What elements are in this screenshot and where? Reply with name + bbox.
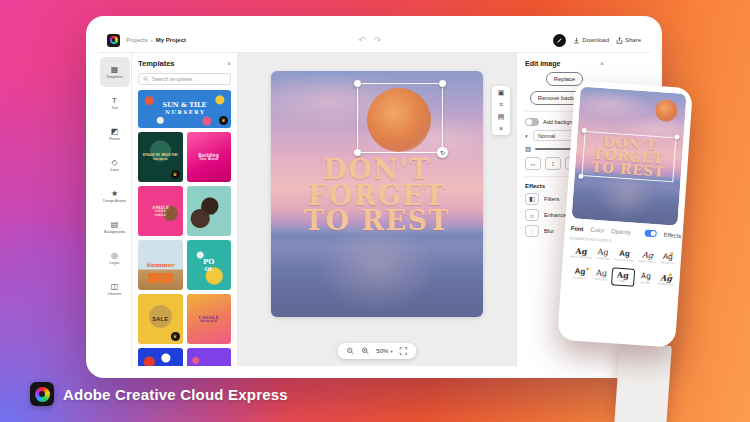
font-option-fabulosa[interactable]: AgFabulosa — [657, 270, 676, 289]
sidebar-item-design-assets[interactable]: ★Design Assets — [100, 181, 130, 211]
template-thumbnail-summer[interactable]: Summer — [138, 240, 183, 290]
sidebar-item-label: Icons — [110, 168, 119, 172]
font-sample: Ag — [642, 251, 653, 260]
selection-box[interactable]: ↻ — [357, 83, 443, 153]
sidebar-item-label: Logos — [110, 261, 120, 265]
duplicate-icon[interactable]: ▣ — [498, 89, 505, 96]
selection-handle[interactable] — [674, 134, 679, 139]
font-option-source-sans[interactable]: AgSource Sans — [612, 246, 636, 266]
breadcrumb-current: My Project — [156, 37, 186, 43]
font-option-telefon[interactable]: AgTelefon — [658, 249, 677, 268]
selection-handle[interactable] — [354, 149, 361, 156]
template-thumbnail-enoch-house[interactable]: ENOCH HOUSESTUDIOS♛ — [138, 132, 183, 182]
font-option-literata[interactable]: AgLiterata — [595, 245, 612, 264]
breadcrumb-separator: › — [151, 37, 153, 43]
template-thumbnail-young-at-heart[interactable]: YOUNGATHEART — [187, 348, 232, 366]
flip-vertical-button[interactable]: ↕ — [545, 157, 561, 170]
sidebar-item-templates[interactable]: ▦Templates — [100, 57, 130, 87]
font-name: Abril Fatface — [570, 255, 592, 260]
templates-icon: ▦ — [111, 66, 119, 74]
sidebar-item-backgrounds[interactable]: ▤Backgrounds — [100, 212, 130, 242]
phone-tab-opacity[interactable]: Opacity — [611, 228, 631, 235]
zoom-out-button[interactable] — [346, 347, 354, 355]
sidebar-item-libraries[interactable]: ◫Libraries — [100, 274, 130, 304]
fit-screen-button[interactable] — [400, 347, 408, 355]
opacity-icon: ▨ — [525, 145, 531, 153]
close-icon[interactable]: × — [600, 60, 604, 67]
font-sample: Ag — [575, 247, 587, 256]
position-icon[interactable]: ▤ — [498, 113, 505, 120]
font-option-blakely[interactable]: AgBlakely — [567, 264, 592, 284]
selection-handle[interactable] — [354, 80, 361, 87]
enhancements-icon: ☼ — [525, 209, 539, 221]
cc-ring-icon — [110, 36, 118, 44]
blend-mode-icon: ◐ — [525, 132, 529, 139]
zoom-level-dropdown[interactable]: 50% ▾ — [376, 348, 392, 354]
download-button[interactable]: Download — [573, 37, 609, 44]
delete-icon[interactable]: × — [499, 125, 503, 132]
close-icon[interactable]: × — [227, 60, 231, 67]
promo-stage: Projects › My Project ↶ ↷ Download — [0, 0, 750, 422]
phone-tab-font[interactable]: Font — [571, 225, 584, 232]
template-title: CASALEHOSSACK — [199, 315, 219, 324]
sidebar-item-photos[interactable]: ◩Photos — [100, 119, 130, 149]
template-thumbnail-smile[interactable]: SMILESMILESMILE — [138, 186, 183, 236]
effects-toggle[interactable] — [645, 229, 657, 237]
flip-horizontal-button[interactable]: ↔ — [525, 157, 541, 170]
template-thumbnail-pool[interactable]: POOL — [187, 240, 232, 290]
font-option-postino[interactable]: AgPostino — [593, 266, 610, 285]
breadcrumb-projects[interactable]: Projects — [126, 37, 148, 43]
phone-artwork[interactable]: DON'TFORGETTO REST — [572, 87, 687, 226]
template-thumbnail-sale[interactable]: SALE♛ — [138, 294, 183, 344]
redo-icon[interactable]: ↷ — [374, 35, 382, 45]
font-sample: Ag — [641, 272, 651, 281]
avatar[interactable] — [553, 34, 566, 47]
undo-icon[interactable]: ↶ — [358, 35, 366, 45]
font-option-abril-fatface[interactable]: AgAbril Fatface — [569, 243, 594, 263]
effects-item-label: Filters — [544, 196, 559, 202]
artwork[interactable]: DON'TFORGETTO REST ↻ — [271, 71, 483, 317]
template-title: POOL — [203, 258, 214, 272]
cc-ring-icon — [35, 387, 50, 402]
template-thumbnail-building-brand[interactable]: BuildingYour Brand — [187, 132, 232, 182]
font-option-blado[interactable]: AgBlado — [636, 269, 656, 288]
blend-mode-value: Normal — [538, 133, 555, 139]
replace-button[interactable]: Replace — [546, 72, 583, 86]
sidebar-item-label: Text — [111, 106, 118, 110]
share-button[interactable]: Share — [616, 37, 641, 44]
search-input[interactable]: Search templates — [138, 73, 231, 85]
template-thumbnail-midnight[interactable]: MIDNIGHT — [138, 348, 183, 366]
font-name: Blakely — [573, 277, 586, 281]
download-icon — [573, 37, 580, 44]
brand-title: Adobe Creative Cloud Express — [63, 386, 288, 403]
font-option-times[interactable]: AgTimes — [611, 267, 635, 287]
artwork-headline[interactable]: DON'TFORGETTO REST — [271, 157, 483, 234]
filters-icon: ◧ — [525, 193, 539, 205]
selection-handle[interactable] — [439, 80, 446, 87]
font-sample: Ag — [596, 269, 607, 278]
sidebar-item-logos[interactable]: ◎Logos — [100, 243, 130, 273]
font-sample: Ag — [619, 250, 630, 259]
zoom-in-button[interactable] — [361, 347, 369, 355]
creative-cloud-logo — [30, 382, 54, 406]
premium-dot-badge — [586, 267, 589, 270]
text-selection-box[interactable]: DON'TFORGETTO REST — [582, 131, 676, 183]
template-thumbnail-black-history-month[interactable]: BLACKHISTORYMONTH — [187, 186, 232, 236]
effects-toggle-label: Effects — [664, 231, 682, 238]
template-thumbnail-sun-tile[interactable]: SUN & TILEN U R S E R Y♛ — [138, 90, 231, 128]
phone-device: DON'TFORGETTO REST FontColorOpacity Effe… — [557, 80, 693, 348]
layers-icon[interactable]: ≡ — [499, 101, 503, 108]
object-toolbar: ▣≡▤× — [492, 86, 510, 135]
add-background-toggle[interactable] — [525, 118, 539, 126]
sidebar-item-text[interactable]: TText — [100, 88, 130, 118]
font-option-new-spirit[interactable]: AgNew Spirit — [637, 248, 657, 267]
rotate-handle[interactable]: ↻ — [437, 147, 448, 158]
chevron-down-icon: ▾ — [390, 349, 392, 354]
sidebar-item-label: Design Assets — [103, 199, 126, 203]
template-thumbnail-casale-hossack[interactable]: CASALEHOSSACK — [187, 294, 232, 344]
canvas-area: DON'TFORGETTO REST ↻ — [238, 53, 516, 366]
phone-tab-color[interactable]: Color — [590, 226, 604, 233]
font-sample: Ag — [574, 268, 585, 277]
premium-crown-badge: ♛ — [171, 332, 180, 341]
sidebar-item-icons[interactable]: ◇Icons — [100, 150, 130, 180]
